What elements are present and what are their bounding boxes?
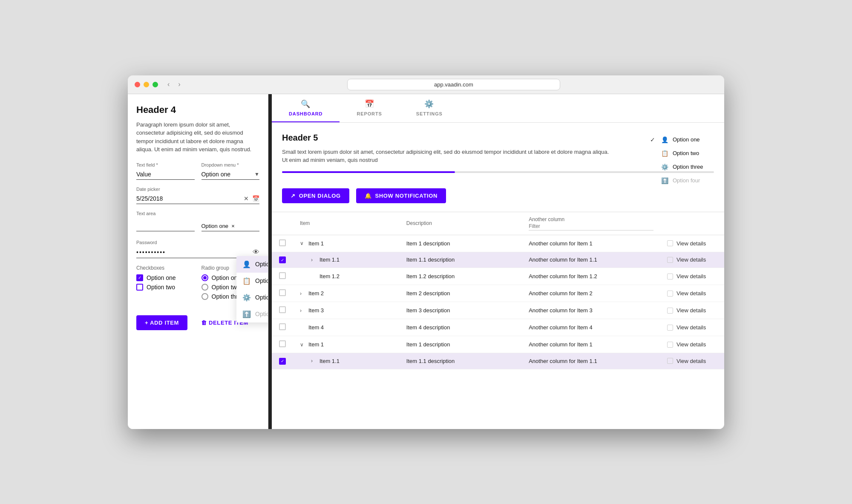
forward-button[interactable]: ›: [176, 79, 183, 90]
row-checkbox[interactable]: ✓: [279, 256, 286, 263]
row-another-cell: Another column for Item 1.1: [522, 353, 660, 369]
minimize-button[interactable]: [144, 82, 149, 87]
checkbox-option-two[interactable]: ✓ Option two: [136, 284, 195, 291]
open-dialog-icon: ↗: [291, 193, 296, 199]
view-details-button[interactable]: View details: [667, 240, 706, 247]
person-icon-2: 👤: [661, 136, 668, 143]
view-details-button[interactable]: View details: [667, 290, 706, 297]
second-dropdown-input[interactable]: [201, 221, 260, 231]
table-row: ›Item 2Item 2 descriptionAnother column …: [272, 285, 724, 302]
row-checkbox[interactable]: ✓: [279, 358, 286, 365]
row-checkbox-cell: [272, 336, 293, 353]
date-picker-input[interactable]: [136, 195, 244, 202]
row-item-label: Item 1: [308, 240, 324, 247]
expand-icon[interactable]: ›: [300, 308, 306, 314]
row-item-cell: ∨Item 1: [293, 235, 400, 252]
row-item-cell: ›Item 2: [293, 285, 400, 302]
view-details-button[interactable]: View details: [667, 358, 706, 364]
row-item-label: Item 1.1: [320, 256, 340, 263]
password-input[interactable]: [136, 249, 253, 256]
view-details-button[interactable]: View details: [667, 341, 706, 348]
row-checkbox-cell: [272, 268, 293, 285]
panel-divider[interactable]: [268, 94, 272, 429]
header5-description: Small text lorem ipsum dolor sit amet, c…: [282, 148, 614, 164]
radio-two-circle[interactable]: [201, 284, 208, 291]
expand-icon[interactable]: ∨: [300, 240, 306, 246]
maximize-button[interactable]: [153, 82, 158, 87]
row-another-cell: Another column for Item 1.2: [522, 268, 660, 285]
view-details-checkbox-icon: [667, 308, 673, 314]
data-table: Item Description Another column ∨Item 1I…: [272, 212, 724, 369]
calendar-icon[interactable]: 📅: [252, 195, 259, 202]
row-checkbox[interactable]: [279, 323, 286, 330]
col-header-action: [660, 212, 724, 235]
row-action-cell: View details: [660, 235, 724, 252]
row-description-cell: Item 3 description: [400, 302, 522, 319]
url-bar[interactable]: app.vaadin.com: [347, 79, 560, 90]
date-picker-label: Date picker: [136, 187, 259, 192]
row-checkbox[interactable]: [279, 272, 286, 279]
open-dialog-button[interactable]: ↗ OPEN DIALOG: [282, 188, 349, 203]
row-action-cell: View details: [660, 319, 724, 336]
main-content: Header 4 Paragraph lorem ipsum dolor sit…: [128, 94, 724, 429]
dropdown-select[interactable]: Option one Option two Option three Optio…: [201, 169, 260, 180]
expand-icon[interactable]: ›: [300, 291, 306, 297]
context-item-3[interactable]: ⚙️ Option three: [646, 160, 714, 174]
view-details-button[interactable]: View details: [667, 273, 706, 279]
row-checkbox-cell: [272, 302, 293, 319]
row-item-cell: ›Item 3: [293, 302, 400, 319]
view-details-checkbox-icon: [667, 274, 673, 279]
tab-settings[interactable]: ⚙️ SETTINGS: [399, 94, 460, 122]
view-details-checkbox-icon: [667, 257, 673, 263]
tab-reports[interactable]: 📅 REPORTS: [340, 94, 399, 122]
title-bar: ‹ › app.vaadin.com: [128, 75, 724, 94]
expand-icon[interactable]: ›: [311, 358, 317, 364]
close-button[interactable]: [135, 82, 140, 87]
context-item-2[interactable]: 📋 Option two: [646, 147, 714, 160]
dropdown-popup-item-1[interactable]: 👤 Option one: [236, 256, 268, 273]
dropdown-popup-item-2[interactable]: 📋 Option two: [236, 273, 268, 289]
row-checkbox[interactable]: [279, 239, 286, 246]
row-item-label: Item 1: [308, 341, 324, 348]
row-action-cell: View details: [660, 285, 724, 302]
radio-three-circle[interactable]: [201, 293, 208, 300]
tab-reports-label: REPORTS: [357, 111, 382, 116]
show-password-icon[interactable]: 👁: [253, 248, 259, 256]
left-panel-description: Paragraph lorem ipsum dolor sit amet, co…: [136, 121, 259, 154]
text-field-label: Text field *: [136, 162, 195, 167]
context-item-1[interactable]: ✓ 👤 Option one: [646, 133, 714, 147]
back-button[interactable]: ‹: [165, 79, 172, 90]
row-checkbox[interactable]: [279, 340, 286, 347]
view-details-button[interactable]: View details: [667, 256, 706, 263]
progress-bar-fill: [282, 171, 455, 173]
show-notification-button[interactable]: 🔔 SHOW NOTIFICATION: [356, 188, 446, 203]
view-details-checkbox-icon: [667, 291, 673, 297]
filter-input[interactable]: [529, 222, 653, 230]
text-area-input[interactable]: [136, 218, 195, 231]
row-another-cell: Another column for Item 3: [522, 302, 660, 319]
context-item-2-label: Option two: [673, 150, 699, 156]
text-field-input[interactable]: [136, 169, 195, 180]
checkbox-option-one[interactable]: ✓ Option one: [136, 274, 195, 281]
context-item-1-label: Option one: [673, 136, 700, 143]
expand-icon[interactable]: ∨: [300, 342, 306, 348]
nav-buttons: ‹ ›: [165, 79, 183, 90]
radio-two-label: Option two: [212, 284, 240, 291]
tab-dashboard[interactable]: 🔍 DASHBOARD: [272, 94, 340, 122]
add-item-button[interactable]: + ADD ITEM: [136, 315, 187, 330]
view-details-checkbox-icon: [667, 358, 673, 364]
header5-area: Header 5 Small text lorem ipsum dolor si…: [272, 123, 724, 188]
dropdown-popup-item-3[interactable]: ⚙️ Option three: [236, 289, 268, 306]
checkbox-one-box[interactable]: ✓: [136, 274, 143, 281]
row-checkbox[interactable]: [279, 306, 286, 313]
expand-icon[interactable]: ›: [311, 257, 317, 263]
tab-settings-label: SETTINGS: [416, 111, 443, 116]
date-clear-icon[interactable]: ✕: [244, 195, 249, 202]
view-details-button[interactable]: View details: [667, 324, 706, 331]
row-action-cell: View details: [660, 336, 724, 353]
view-details-button[interactable]: View details: [667, 307, 706, 314]
col-header-description: Description: [400, 212, 522, 235]
checkbox-two-box[interactable]: ✓: [136, 284, 143, 291]
row-checkbox[interactable]: [279, 289, 286, 296]
radio-one-circle[interactable]: [201, 274, 208, 281]
